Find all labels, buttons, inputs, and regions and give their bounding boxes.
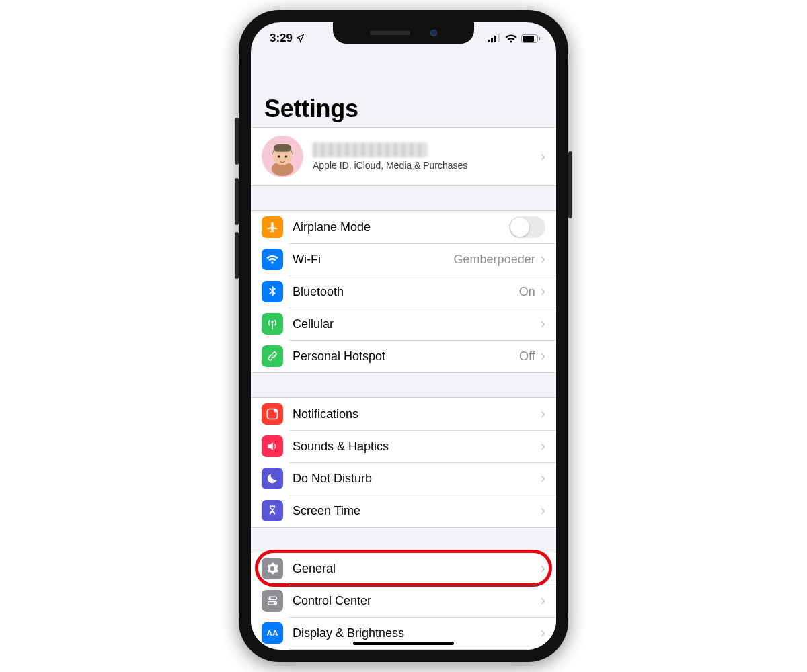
svg-point-12: [285, 155, 288, 158]
row-label: Screen Time: [293, 504, 541, 518]
svg-rect-3: [498, 34, 500, 42]
phone-screen: 3:29 Settings Apple ID, iCloud, Media & …: [251, 22, 556, 650]
hourglass-icon: [262, 500, 283, 521]
battery-icon: [521, 34, 540, 43]
settings-group: Airplane ModeWi-FiGemberpoeder›Bluetooth…: [251, 210, 556, 373]
device-notch: [333, 22, 474, 44]
svg-rect-2: [494, 36, 496, 42]
speaker-icon: [262, 435, 283, 457]
chevron-right-icon: ›: [541, 561, 545, 576]
svg-point-11: [278, 155, 280, 158]
settings-row-screentime[interactable]: Screen Time›: [251, 495, 556, 527]
gear-icon: [262, 558, 283, 579]
aa-icon: [262, 622, 283, 644]
bluetooth-icon: [262, 281, 283, 302]
antenna-icon: [262, 313, 283, 335]
chevron-right-icon: ›: [541, 317, 545, 331]
chevron-right-icon: ›: [541, 252, 545, 267]
link-icon: [262, 345, 283, 367]
page-header: Settings: [251, 54, 556, 127]
wifi-status-icon: [505, 34, 517, 43]
settings-row-hotspot[interactable]: Personal HotspotOff›: [251, 340, 556, 372]
phone-device-frame: 3:29 Settings Apple ID, iCloud, Media & …: [239, 10, 568, 662]
cellular-signal-icon: [488, 34, 501, 42]
row-label: Airplane Mode: [293, 220, 509, 235]
bell-icon: [262, 403, 283, 425]
location-icon: [295, 34, 305, 43]
settings-row-homescreen[interactable]: Home Screen›: [251, 649, 556, 650]
moon-icon: [262, 468, 283, 489]
row-label: Control Center: [293, 594, 541, 608]
svg-rect-1: [491, 38, 493, 42]
row-label: General: [293, 562, 541, 576]
settings-row-dnd[interactable]: Do Not Disturb›: [251, 462, 556, 495]
settings-row-sounds[interactable]: Sounds & Haptics›: [251, 430, 556, 462]
airplane-icon: [262, 216, 283, 238]
row-label: Notifications: [293, 407, 541, 421]
settings-row-controlcenter[interactable]: Control Center›: [251, 585, 556, 617]
row-value: On: [519, 285, 535, 299]
svg-rect-10: [274, 144, 291, 152]
chevron-right-icon: ›: [541, 503, 545, 518]
chevron-right-icon: ›: [541, 284, 545, 299]
svg-rect-5: [523, 36, 534, 42]
toggle-airplane[interactable]: [509, 216, 545, 238]
settings-row-general[interactable]: General›: [251, 552, 556, 585]
settings-row-cellular[interactable]: Cellular›: [251, 308, 556, 340]
chevron-right-icon: ›: [541, 626, 545, 640]
apple-id-row[interactable]: Apple ID, iCloud, Media & Purchases ›: [251, 128, 556, 185]
profile-name-redacted: [313, 142, 427, 157]
svg-rect-0: [488, 40, 490, 42]
home-indicator[interactable]: [353, 642, 454, 645]
status-time: 3:29: [270, 32, 293, 45]
chevron-right-icon: ›: [541, 439, 545, 454]
row-label: Bluetooth: [293, 285, 519, 299]
row-label: Cellular: [293, 317, 541, 331]
wifi-icon: [262, 249, 283, 270]
row-label: Do Not Disturb: [293, 472, 541, 486]
profile-group: Apple ID, iCloud, Media & Purchases ›: [251, 127, 556, 186]
row-label: Display & Brightness: [293, 626, 541, 640]
svg-rect-6: [539, 37, 540, 40]
status-indicators: [488, 34, 540, 43]
chevron-right-icon: ›: [541, 149, 545, 164]
avatar: [262, 136, 303, 177]
row-label: Sounds & Haptics: [293, 439, 541, 454]
chevron-right-icon: ›: [541, 471, 545, 486]
page-title: Settings: [264, 95, 543, 123]
settings-row-notifications[interactable]: Notifications›: [251, 398, 556, 430]
chevron-right-icon: ›: [541, 593, 545, 608]
chevron-right-icon: ›: [541, 407, 545, 421]
chevron-right-icon: ›: [541, 349, 545, 364]
profile-subtitle: Apple ID, iCloud, Media & Purchases: [313, 160, 541, 171]
switches-icon: [262, 590, 283, 612]
row-value: Off: [519, 349, 535, 364]
settings-row-bluetooth[interactable]: BluetoothOn›: [251, 276, 556, 308]
settings-row-airplane[interactable]: Airplane Mode: [251, 211, 556, 243]
row-value: Gemberpoeder: [454, 253, 535, 267]
settings-group: Notifications›Sounds & Haptics›Do Not Di…: [251, 397, 556, 528]
settings-group: General›Control Center›Display & Brightn…: [251, 552, 556, 650]
row-label: Personal Hotspot: [293, 349, 519, 364]
row-label: Wi-Fi: [293, 253, 454, 267]
settings-row-wifi[interactable]: Wi-FiGemberpoeder›: [251, 243, 556, 276]
